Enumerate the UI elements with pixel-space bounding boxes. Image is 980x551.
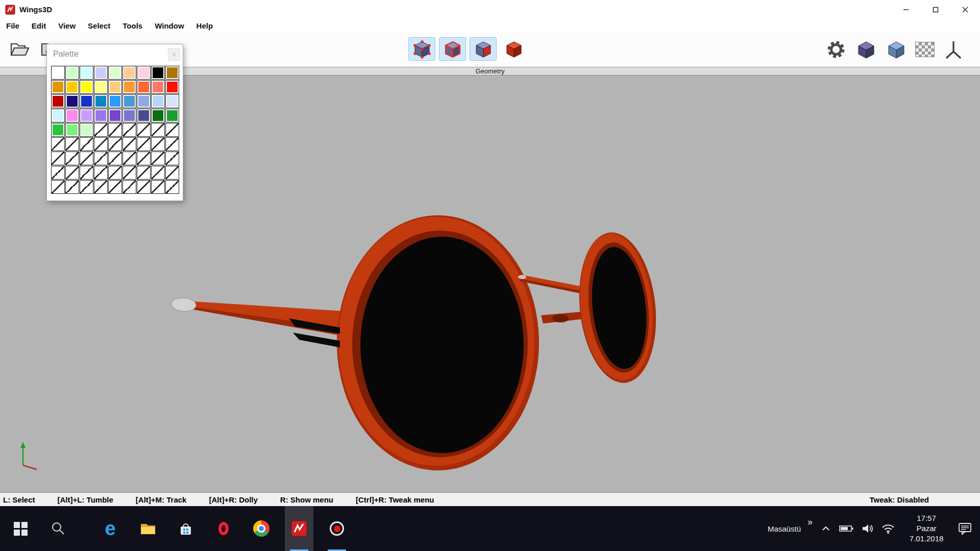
palette-swatch-empty[interactable]: [151, 152, 165, 165]
palette-swatch[interactable]: [108, 109, 122, 122]
palette-swatch-empty[interactable]: [165, 123, 179, 137]
open-file-icon[interactable]: [8, 38, 31, 61]
palette-swatch-empty[interactable]: [51, 180, 65, 194]
palette-close-button[interactable]: ×: [168, 48, 180, 61]
palette-swatch-empty[interactable]: [94, 152, 108, 165]
edge-select-mode-button[interactable]: [439, 37, 466, 61]
palette-swatch[interactable]: [51, 80, 65, 94]
palette-swatch-empty[interactable]: [165, 152, 179, 165]
palette-swatch[interactable]: [51, 123, 65, 137]
palette-swatch[interactable]: [151, 109, 165, 122]
palette-swatch[interactable]: [137, 94, 151, 108]
palette-swatch[interactable]: [65, 66, 79, 80]
palette-swatch-empty[interactable]: [122, 180, 136, 194]
palette-swatch[interactable]: [137, 109, 151, 122]
palette-swatch[interactable]: [80, 66, 93, 80]
palette-swatch-empty[interactable]: [94, 137, 108, 151]
menu-view[interactable]: View: [52, 20, 82, 32]
palette-swatch[interactable]: [80, 109, 93, 122]
palette-swatch[interactable]: [165, 94, 179, 108]
palette-swatch-empty[interactable]: [80, 180, 93, 194]
palette-swatch[interactable]: [151, 66, 165, 80]
palette-swatch-empty[interactable]: [137, 166, 151, 180]
palette-swatch[interactable]: [65, 80, 79, 94]
palette-swatch[interactable]: [94, 94, 108, 108]
palette-swatch[interactable]: [165, 66, 179, 80]
palette-swatch-empty[interactable]: [151, 123, 165, 137]
menu-file[interactable]: File: [0, 20, 26, 32]
taskbar-store-button[interactable]: [172, 506, 200, 551]
palette-swatch[interactable]: [80, 123, 93, 137]
show-grid-icon[interactable]: [915, 38, 935, 61]
palette-swatch-empty[interactable]: [108, 166, 122, 180]
view-cube-light-icon[interactable]: [885, 38, 908, 61]
taskbar-clock[interactable]: 17:57 Pazar 7.01.2018: [902, 513, 951, 544]
palette-swatch[interactable]: [151, 94, 165, 108]
palette-swatch[interactable]: [108, 94, 122, 108]
palette-swatch-empty[interactable]: [122, 166, 136, 180]
body-select-mode-button[interactable]: [500, 37, 527, 61]
menu-edit[interactable]: Edit: [26, 20, 52, 32]
menu-tools[interactable]: Tools: [116, 20, 149, 32]
menu-window[interactable]: Window: [149, 20, 190, 32]
palette-swatch-empty[interactable]: [65, 166, 79, 180]
menu-select[interactable]: Select: [82, 20, 116, 32]
start-button[interactable]: [6, 506, 35, 551]
menu-help[interactable]: Help: [190, 20, 219, 32]
palette-swatch-empty[interactable]: [108, 152, 122, 165]
palette-swatch-empty[interactable]: [51, 166, 65, 180]
palette-swatch[interactable]: [51, 66, 65, 80]
palette-swatch[interactable]: [165, 109, 179, 122]
palette-swatch-empty[interactable]: [151, 166, 165, 180]
palette-swatch[interactable]: [94, 109, 108, 122]
palette-swatch-empty[interactable]: [165, 166, 179, 180]
battery-icon[interactable]: [839, 524, 854, 533]
palette-swatch[interactable]: [165, 80, 179, 94]
palette-swatch-empty[interactable]: [80, 137, 93, 151]
palette-swatch[interactable]: [65, 109, 79, 122]
palette-swatch[interactable]: [108, 80, 122, 94]
show-hidden-icons-chevron[interactable]: [819, 522, 832, 535]
vertex-select-mode-button[interactable]: [408, 37, 435, 61]
network-wifi-icon[interactable]: [881, 523, 895, 534]
palette-swatch-empty[interactable]: [94, 166, 108, 180]
palette-swatch-empty[interactable]: [108, 137, 122, 151]
palette-swatch-empty[interactable]: [80, 152, 93, 165]
palette-swatch[interactable]: [122, 80, 136, 94]
palette-swatch-empty[interactable]: [151, 137, 165, 151]
taskbar-search-button[interactable]: [44, 506, 72, 551]
palette-swatch[interactable]: [122, 109, 136, 122]
face-select-mode-button[interactable]: [470, 37, 497, 61]
palette-swatch-empty[interactable]: [80, 166, 93, 180]
palette-titlebar[interactable]: Palette ×: [47, 44, 183, 66]
action-center-icon[interactable]: [958, 521, 973, 536]
palette-swatch[interactable]: [65, 94, 79, 108]
palette-swatch[interactable]: [94, 80, 108, 94]
taskbar-file-explorer-button[interactable]: [134, 506, 162, 551]
taskbar-opera-button[interactable]: [209, 506, 238, 551]
palette-swatch[interactable]: [137, 80, 151, 94]
palette-swatch-empty[interactable]: [65, 152, 79, 165]
palette-swatch-empty[interactable]: [137, 137, 151, 151]
palette-swatch[interactable]: [80, 94, 93, 108]
palette-swatch[interactable]: [51, 94, 65, 108]
taskbar-recorder-button[interactable]: [323, 506, 351, 551]
minimize-button[interactable]: [891, 0, 921, 19]
palette-swatch-empty[interactable]: [122, 152, 136, 165]
palette-swatch-empty[interactable]: [137, 152, 151, 165]
taskbar-edge-button[interactable]: e: [96, 506, 125, 551]
palette-swatch-empty[interactable]: [151, 180, 165, 194]
taskbar-chrome-button[interactable]: [247, 506, 276, 551]
palette-swatch-empty[interactable]: [122, 137, 136, 151]
palette-swatch[interactable]: [122, 66, 136, 80]
palette-swatch-empty[interactable]: [65, 137, 79, 151]
palette-swatch-empty[interactable]: [51, 137, 65, 151]
palette-swatch-empty[interactable]: [137, 180, 151, 194]
palette-swatch-empty[interactable]: [65, 180, 79, 194]
palette-swatch[interactable]: [137, 66, 151, 80]
palette-swatch-empty[interactable]: [108, 123, 122, 137]
palette-swatch-empty[interactable]: [165, 137, 179, 151]
preferences-gear-icon[interactable]: [825, 38, 847, 61]
close-button[interactable]: [950, 0, 980, 19]
palette-swatch[interactable]: [151, 80, 165, 94]
